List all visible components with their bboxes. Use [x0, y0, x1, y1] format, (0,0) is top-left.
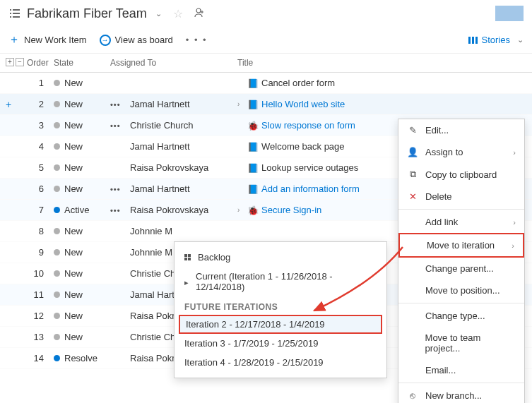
row-state: New	[54, 226, 110, 236]
branch-icon: ⎋	[407, 390, 418, 401]
menu-copy[interactable]: ⧉Copy to clipboard	[398, 163, 524, 186]
state-dot-icon	[54, 143, 60, 150]
row-order: 8	[27, 226, 54, 236]
plus-icon: ＋	[8, 32, 20, 47]
collapse-all-icon[interactable]: −	[16, 58, 24, 66]
expand-chevron-icon[interactable]: ›	[237, 100, 247, 108]
row-order: 14	[27, 353, 54, 363]
menu-delete[interactable]: ✕Delete	[398, 186, 524, 207]
more-icon[interactable]: • • •	[186, 35, 208, 45]
row-state: New	[54, 289, 110, 300]
triangle-icon	[184, 277, 189, 287]
state-dot-icon	[54, 186, 60, 192]
row-assigned: Johnnie M	[130, 226, 237, 236]
menu-email[interactable]: Email...	[398, 359, 524, 381]
filter-dropdown[interactable]: Stories ⌄	[468, 35, 524, 45]
state-dot-icon	[54, 313, 60, 319]
col-state[interactable]: State	[54, 58, 110, 68]
chevron-down-icon[interactable]: ⌄	[155, 9, 162, 18]
row-title[interactable]: Cancel order form	[247, 78, 526, 88]
row-state: New	[54, 311, 110, 321]
row-state: New	[54, 247, 110, 258]
row-state: Resolve	[54, 353, 110, 363]
submenu-backlog[interactable]: Backlog	[175, 248, 386, 267]
copy-icon: ⧉	[407, 169, 418, 180]
row-more-icon[interactable]: •••	[110, 121, 130, 130]
row-order: 13	[27, 332, 54, 342]
star-icon[interactable]: ☆	[173, 7, 183, 20]
svg-point-6	[196, 8, 201, 13]
menu-new-branch[interactable]: ⎋New branch...	[398, 385, 524, 403]
menu-move-position[interactable]: Move to position...	[398, 279, 524, 301]
menu-assign[interactable]: 👤Assign to›	[398, 141, 524, 163]
col-assigned[interactable]: Assigned To	[110, 58, 237, 68]
svg-rect-1	[13, 9, 20, 11]
menu-edit[interactable]: ✎Edit...	[398, 119, 524, 141]
work-item-row[interactable]: +2New•••Jamal Hartnett›Hello World web s…	[0, 94, 532, 115]
story-icon	[247, 163, 257, 173]
submenu-iteration-4[interactable]: Iteration 4 - 1/28/2019 - 2/15/2019	[175, 353, 386, 372]
submenu-current[interactable]: Current (Iteration 1 - 11/26/2018 - 12/1…	[175, 267, 386, 296]
menu-change-type[interactable]: Change type...	[398, 305, 524, 327]
row-assigned: Christie Church	[130, 120, 237, 131]
row-order: 4	[27, 141, 54, 152]
menu-move-team[interactable]: Move to team project...	[398, 327, 524, 359]
row-order: 5	[27, 162, 54, 173]
filter-label: Stories	[482, 35, 510, 45]
people-icon[interactable]	[194, 7, 206, 20]
toolbar: ＋ New Work Item → View as board • • • St…	[0, 27, 532, 54]
row-order: 11	[27, 289, 54, 300]
menu-add-link[interactable]: Add link›	[398, 211, 524, 233]
work-item-row[interactable]: +1NewCancel order form	[0, 73, 532, 94]
chevron-right-icon: ›	[512, 241, 514, 250]
new-work-item-label: New Work Item	[24, 35, 87, 45]
col-order[interactable]: Order	[27, 58, 54, 68]
row-state: Active	[54, 205, 110, 215]
row-assigned: Jamal Hartnett	[130, 184, 237, 194]
col-title[interactable]: Title	[237, 58, 526, 68]
row-more-icon[interactable]: •••	[110, 185, 130, 193]
row-state: New	[54, 162, 110, 173]
backlog-tile-icon	[184, 254, 191, 260]
row-order: 9	[27, 247, 54, 258]
expand-chevron-icon[interactable]: ›	[237, 206, 247, 214]
menu-separator	[398, 383, 524, 383]
menu-change-parent[interactable]: Change parent...	[398, 258, 524, 279]
state-dot-icon	[54, 122, 60, 128]
chevron-right-icon: ›	[513, 148, 516, 157]
row-state: New	[54, 141, 110, 152]
row-order: 1	[27, 78, 54, 88]
table-header: + − Order State Assigned To Title	[0, 54, 532, 73]
menu-move-iteration[interactable]: Move to iteration›	[398, 233, 524, 258]
view-board-label: View as board	[115, 35, 173, 45]
bug-icon	[247, 121, 257, 131]
state-dot-icon	[54, 270, 60, 277]
row-order: 3	[27, 120, 54, 131]
context-menu: ✎Edit... 👤Assign to› ⧉Copy to clipboard …	[398, 119, 525, 403]
iteration-submenu: Backlog Current (Iteration 1 - 11/26/201…	[174, 241, 387, 378]
header-avatar-placeholder[interactable]	[495, 6, 524, 21]
backlog-icon	[8, 7, 21, 20]
add-row-icon[interactable]: +	[6, 99, 14, 110]
person-icon: 👤	[407, 147, 418, 157]
row-title[interactable]: Hello World web site	[247, 99, 526, 109]
row-more-icon[interactable]: •••	[110, 206, 130, 215]
submenu-iteration-2[interactable]: Iteration 2 - 12/17/2018 - 1/4/2019	[179, 315, 382, 334]
row-order: 10	[27, 268, 54, 279]
view-as-board-button[interactable]: → View as board	[100, 35, 173, 46]
chevron-down-icon: ⌄	[517, 35, 524, 44]
row-state: New	[54, 99, 110, 109]
svg-rect-5	[13, 16, 20, 18]
submenu-heading: FUTURE ITERATIONS	[175, 296, 386, 315]
expand-all-icon[interactable]: +	[6, 58, 14, 66]
new-work-item-button[interactable]: ＋ New Work Item	[8, 32, 87, 47]
row-state: New	[54, 332, 110, 342]
row-more-icon[interactable]: •••	[110, 100, 130, 109]
pencil-icon: ✎	[407, 125, 418, 136]
state-dot-icon	[54, 164, 60, 171]
team-name[interactable]: Fabrikam Fiber Team	[27, 6, 147, 21]
state-dot-icon	[54, 80, 60, 86]
menu-separator	[398, 209, 524, 210]
row-assigned: Jamal Hartnett	[130, 141, 237, 152]
submenu-iteration-3[interactable]: Iteration 3 - 1/7/2019 - 1/25/2019	[175, 334, 386, 353]
